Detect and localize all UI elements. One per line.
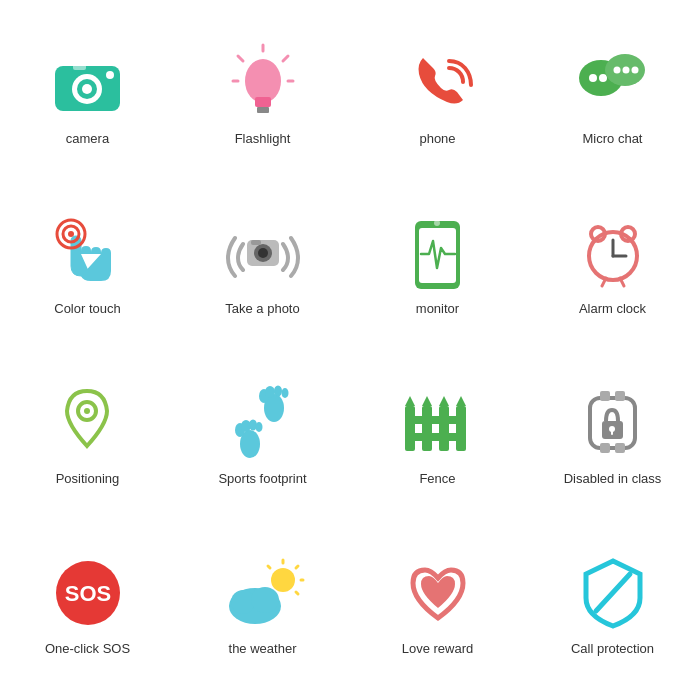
svg-point-22 [631, 67, 638, 74]
cell-monitor: monitor [350, 180, 525, 350]
cell-love: Love reward [350, 520, 525, 690]
microchat-icon [573, 43, 653, 123]
svg-marker-60 [456, 396, 466, 406]
love-icon [398, 553, 478, 633]
cell-footprint: Sports footprint [175, 350, 350, 520]
svg-rect-67 [615, 443, 625, 453]
fence-icon [398, 383, 478, 463]
svg-rect-65 [615, 391, 625, 401]
monitor-icon [398, 213, 478, 293]
svg-point-6 [106, 71, 114, 79]
svg-point-28 [258, 248, 268, 258]
cell-alarmclock: Alarm clock [525, 180, 700, 350]
callprotection-label: Call protection [571, 641, 654, 657]
flashlight-label: Flashlight [235, 131, 291, 147]
monitor-label: monitor [416, 301, 459, 317]
svg-line-78 [296, 566, 298, 568]
svg-point-25 [68, 231, 74, 237]
camera-label: camera [66, 131, 109, 147]
cell-fence: Fence [350, 350, 525, 520]
camera-icon [48, 43, 128, 123]
svg-point-47 [255, 422, 262, 432]
svg-rect-66 [600, 443, 610, 453]
svg-rect-61 [405, 416, 466, 424]
svg-point-76 [271, 568, 295, 592]
svg-line-80 [296, 592, 298, 594]
phone-icon [398, 43, 478, 123]
features-grid: camera Flashlight [0, 0, 700, 700]
takephoto-icon [223, 213, 303, 293]
love-label: Love reward [402, 641, 474, 657]
weather-icon [223, 553, 303, 633]
svg-point-50 [265, 386, 275, 398]
svg-point-21 [622, 67, 629, 74]
footprint-icon [223, 383, 303, 463]
cell-weather: the weather [175, 520, 350, 690]
colortouch-label: Color touch [54, 301, 120, 317]
svg-rect-62 [405, 433, 466, 441]
svg-point-51 [274, 385, 282, 396]
svg-line-81 [268, 566, 270, 568]
svg-point-7 [245, 59, 281, 103]
svg-marker-56 [422, 396, 432, 406]
svg-rect-57 [439, 406, 449, 451]
colortouch-icon [48, 213, 128, 293]
cell-callprotection: Call protection [525, 520, 700, 690]
alarmclock-icon [573, 213, 653, 293]
svg-rect-59 [456, 406, 466, 451]
svg-point-52 [281, 388, 288, 398]
sos-label: One-click SOS [45, 641, 130, 657]
cell-phone: phone [350, 10, 525, 180]
svg-point-32 [434, 220, 440, 226]
svg-point-42 [84, 408, 90, 414]
footprint-label: Sports footprint [218, 471, 306, 487]
svg-point-16 [589, 74, 597, 82]
svg-line-82 [596, 574, 630, 611]
sos-icon: SOS [48, 553, 128, 633]
svg-line-12 [283, 56, 288, 61]
phone-label: phone [419, 131, 455, 147]
svg-rect-5 [73, 63, 86, 70]
svg-rect-53 [405, 406, 415, 451]
alarmclock-label: Alarm clock [579, 301, 646, 317]
cell-colortouch: Color touch [0, 180, 175, 350]
svg-line-11 [238, 56, 243, 61]
svg-text:SOS: SOS [64, 581, 110, 606]
svg-point-17 [599, 74, 607, 82]
svg-rect-29 [251, 240, 261, 245]
takephoto-label: Take a photo [225, 301, 299, 317]
svg-rect-64 [600, 391, 610, 401]
svg-rect-70 [611, 429, 613, 435]
svg-point-75 [251, 587, 279, 613]
cell-microchat: Micro chat [525, 10, 700, 180]
svg-rect-55 [422, 406, 432, 451]
cell-sos: SOS One-click SOS [0, 520, 175, 690]
cell-flashlight: Flashlight [175, 10, 350, 180]
svg-marker-54 [405, 396, 415, 406]
cell-camera: camera [0, 10, 175, 180]
svg-rect-9 [257, 107, 269, 113]
microchat-label: Micro chat [583, 131, 643, 147]
svg-marker-58 [439, 396, 449, 406]
svg-point-3 [82, 84, 92, 94]
weather-label: the weather [229, 641, 297, 657]
callprotection-icon [573, 553, 653, 633]
cell-disabled: Disabled in class [525, 350, 700, 520]
svg-point-20 [613, 67, 620, 74]
positioning-label: Positioning [56, 471, 120, 487]
svg-rect-31 [419, 228, 456, 283]
fence-label: Fence [419, 471, 455, 487]
cell-takephoto: Take a photo [175, 180, 350, 350]
flashlight-icon [223, 43, 303, 123]
cell-positioning: Positioning [0, 350, 175, 520]
svg-rect-8 [255, 97, 271, 107]
disabled-icon [573, 383, 653, 463]
disabled-label: Disabled in class [564, 471, 662, 487]
positioning-icon [48, 383, 128, 463]
